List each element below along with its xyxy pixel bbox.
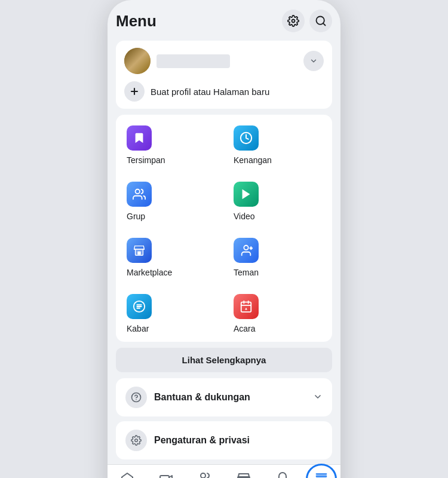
marketplace-nav-icon <box>237 471 251 479</box>
video-nav-icon <box>159 471 173 479</box>
teman-icon <box>234 238 259 263</box>
create-profile-label: Buat profil atau Halaman baru <box>151 87 269 97</box>
gear-icon <box>287 15 299 27</box>
phone-frame: Menu <box>108 0 340 478</box>
notifikasi-icon <box>275 471 290 479</box>
svg-point-11 <box>244 246 248 250</box>
avatar-image <box>124 48 151 74</box>
svg-rect-26 <box>160 476 169 479</box>
header-icons <box>282 10 332 32</box>
tersimpan-label: Tersimpan <box>127 155 165 165</box>
svg-rect-10 <box>137 252 141 255</box>
nav-menu[interactable]: Menu <box>302 468 340 478</box>
svg-marker-22 <box>245 308 247 310</box>
tersimpan-icon <box>127 125 152 151</box>
nav-marketplace[interactable]: Marketplace <box>224 471 263 479</box>
search-button[interactable] <box>309 10 332 32</box>
grup-icon <box>127 182 152 207</box>
plus-circle-icon <box>124 81 145 102</box>
menu-hamburger-icon <box>315 470 328 479</box>
bottom-nav: Beranda Video Teman <box>108 464 340 478</box>
kenangan-label: Kenangan <box>234 155 272 165</box>
nav-video[interactable]: Video <box>146 471 185 479</box>
menu-grid: Tersimpan Kenangan <box>116 115 332 342</box>
bantuan-chevron-icon <box>313 392 323 403</box>
grid-item-teman[interactable]: Teman <box>225 229 330 283</box>
kenangan-icon <box>234 125 259 151</box>
menu-header: Menu <box>116 10 332 32</box>
search-icon <box>315 15 327 27</box>
bantuan-section[interactable]: Bantuan & dukungan <box>116 378 332 416</box>
menu-circle: Menu <box>306 464 337 478</box>
nav-teman[interactable]: Teman <box>185 471 224 479</box>
profile-info: •••••••••••• <box>124 48 230 74</box>
kabar-icon <box>127 294 152 319</box>
svg-line-2 <box>323 23 326 26</box>
grid-item-acara[interactable]: Acara <box>225 286 330 339</box>
pengaturan-label: Pengaturan & privasi <box>154 435 250 446</box>
grup-label: Grup <box>127 212 145 221</box>
grid-item-kabar[interactable]: Kabar <box>118 286 223 339</box>
marketplace-icon <box>127 238 152 263</box>
grid-item-marketplace[interactable]: Marketplace <box>118 229 223 283</box>
svg-rect-18 <box>241 302 251 312</box>
bantuan-left: Bantuan & dukungan <box>125 387 250 408</box>
acara-icon <box>234 294 259 319</box>
svg-point-7 <box>136 189 140 194</box>
svg-rect-9 <box>134 249 145 250</box>
beranda-icon <box>120 471 134 479</box>
teman-nav-icon <box>198 471 212 479</box>
profile-name: •••••••••••• <box>157 54 230 68</box>
bantuan-label: Bantuan & dukungan <box>154 392 250 403</box>
nav-beranda[interactable]: Beranda <box>108 471 146 479</box>
grid-item-kenangan[interactable]: Kenangan <box>225 117 330 171</box>
avatar <box>124 48 151 74</box>
grid-item-video[interactable]: Video <box>225 173 330 227</box>
profile-chevron-button[interactable] <box>303 51 324 71</box>
see-more-button[interactable]: Lihat Selengkapnya <box>116 348 332 372</box>
profile-card: •••••••••••• Buat profil a <box>116 41 332 109</box>
svg-point-28 <box>201 473 205 478</box>
video-label: Video <box>234 212 255 221</box>
settings-button[interactable] <box>282 10 305 32</box>
chevron-down-icon <box>309 57 318 65</box>
acara-label: Acara <box>234 324 256 333</box>
grid-item-tersimpan[interactable]: Tersimpan <box>118 117 223 171</box>
menu-content: Menu <box>108 0 340 464</box>
pengaturan-section[interactable]: Pengaturan & privasi <box>116 421 332 459</box>
svg-marker-8 <box>243 189 250 200</box>
create-profile-row[interactable]: Buat profil atau Halaman baru <box>124 81 324 102</box>
page-title: Menu <box>116 12 157 30</box>
bantuan-icon <box>125 387 147 408</box>
marketplace-label: Marketplace <box>127 268 172 277</box>
pengaturan-icon <box>125 430 147 451</box>
kabar-label: Kabar <box>127 324 149 333</box>
svg-point-25 <box>135 439 138 442</box>
pengaturan-left: Pengaturan & privasi <box>125 430 250 451</box>
nav-notifikasi[interactable]: Notifikasi <box>263 471 302 479</box>
video-icon <box>234 182 259 207</box>
profile-row: •••••••••••• <box>124 48 324 74</box>
teman-label: Teman <box>234 268 259 277</box>
grid-item-grup[interactable]: Grup <box>118 173 223 227</box>
svg-point-0 <box>292 20 295 23</box>
